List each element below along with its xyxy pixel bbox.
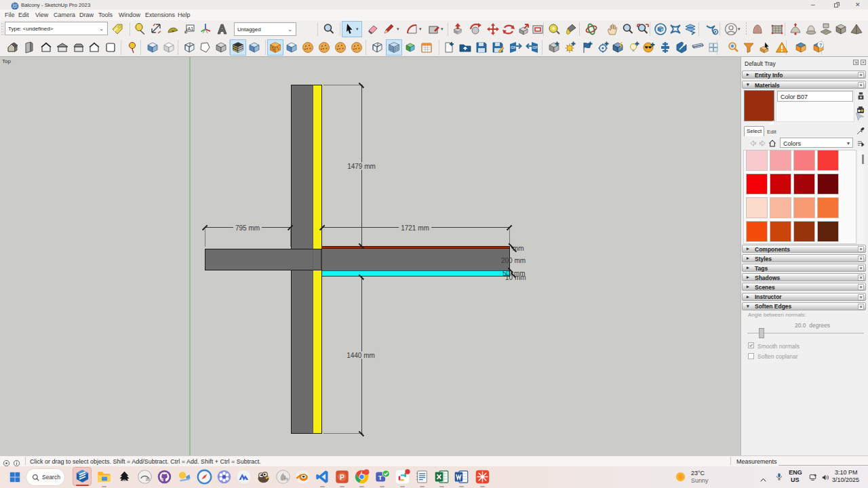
svg-text:IDF: IDF [511, 45, 516, 49]
svg-text:20: 20 [146, 477, 150, 481]
svg-text:P: P [340, 474, 344, 481]
svg-text:A1: A1 [188, 26, 194, 31]
svg-text:79: 79 [284, 477, 288, 481]
svg-text:?: ? [819, 42, 823, 48]
svg-text:T: T [378, 474, 382, 481]
svg-text:IDF: IDF [532, 45, 538, 49]
